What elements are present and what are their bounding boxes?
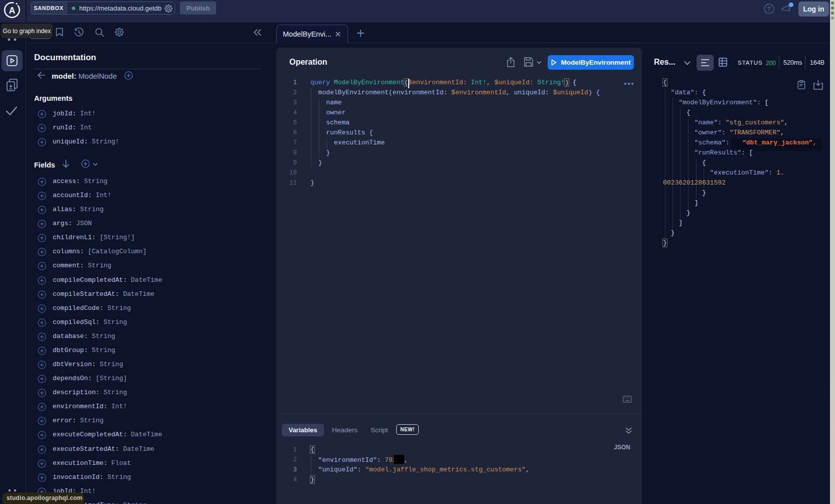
svg-text:A: A (9, 6, 16, 16)
svg-text:?: ? (767, 6, 771, 13)
